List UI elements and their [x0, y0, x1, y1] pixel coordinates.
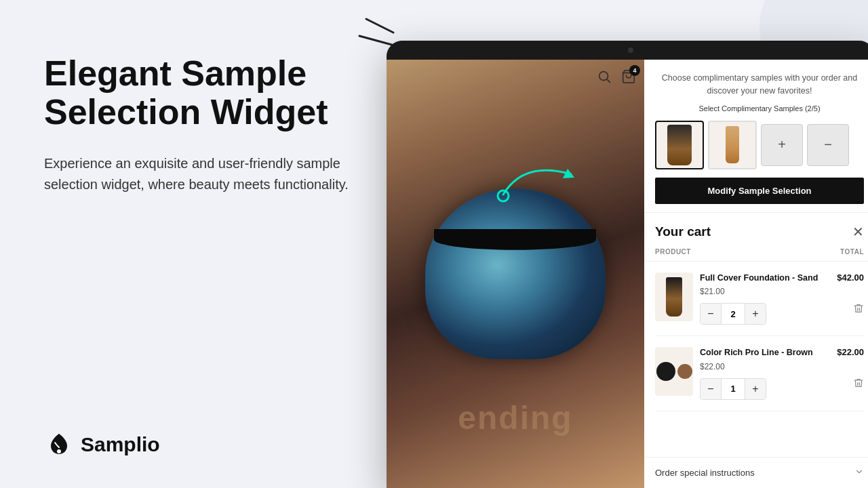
order-instructions[interactable]: Order special instructions: [644, 457, 868, 488]
qty-increase-button-1[interactable]: +: [745, 304, 766, 324]
sample-remove-button[interactable]: −: [807, 124, 849, 166]
qty-increase-button-2[interactable]: +: [745, 379, 766, 399]
modify-sample-button[interactable]: Modify Sample Selection: [655, 178, 864, 204]
plus-icon: +: [778, 137, 786, 152]
tablet-frame: ending 4: [387, 41, 868, 488]
qty-value-1: 2: [721, 304, 745, 324]
svg-point-7: [498, 190, 509, 201]
logo-icon: [44, 428, 74, 461]
tablet-content: ending 4: [387, 60, 868, 488]
cart-title: Your cart: [655, 224, 711, 239]
sample-product-2-image: [726, 126, 739, 163]
delete-item-2-button[interactable]: [853, 378, 864, 391]
cart-item: Full Cover Foundation - Sand $21.00 − 2 …: [655, 262, 864, 337]
search-icon[interactable]: [597, 69, 612, 87]
eye-lashes: [434, 229, 596, 249]
qty-decrease-button-2[interactable]: −: [701, 379, 721, 399]
logo-text: Samplio: [81, 433, 160, 456]
product-column-header: PRODUCT: [655, 248, 691, 256]
cart-header: Your cart ✕: [644, 213, 868, 245]
cart-item-1-image: [655, 272, 693, 321]
cart-icon[interactable]: 4: [621, 69, 636, 87]
cart-item-1-price: $21.00: [700, 287, 830, 296]
delete-item-1-button[interactable]: [853, 303, 864, 317]
logo-area: Samplio: [44, 428, 353, 461]
product-2-jar: [677, 364, 692, 379]
eye-detail: [425, 188, 606, 360]
cart-items: Full Cover Foundation - Sand $21.00 − 2 …: [644, 262, 868, 458]
minus-icon: −: [824, 137, 832, 152]
cart-item-1-right: $42.00: [837, 272, 864, 317]
cart-badge-count: 4: [629, 65, 640, 76]
trending-text: ending: [387, 399, 644, 436]
cart-close-button[interactable]: ✕: [852, 224, 864, 240]
hero-description: Experience an exquisite and user-friendl…: [44, 153, 353, 195]
order-instructions-label: Order special instructions: [655, 468, 755, 478]
store-icons: 4: [597, 69, 636, 87]
cart-item-1-total: $42.00: [837, 272, 864, 283]
hero-title: Elegant Sample Selection Widget: [44, 54, 353, 131]
total-column-header: TOTAL: [840, 248, 864, 256]
sample-thumb-2[interactable]: [708, 121, 757, 169]
cart-item: Color Rich Pro Line - Brown $22.00 − 1 +…: [655, 336, 864, 411]
cart-item-1-info: Full Cover Foundation - Sand $21.00 − 2 …: [700, 272, 830, 325]
cart-item-2-image: [655, 347, 693, 396]
cart-item-1-name: Full Cover Foundation - Sand: [700, 272, 830, 285]
sample-header: Choose complimentary samples with your o…: [644, 60, 868, 213]
cart-section: Your cart ✕ PRODUCT TOTAL Full Cover Fou…: [644, 213, 868, 489]
cart-item-2-price: $22.00: [700, 362, 830, 371]
tablet-camera: [628, 47, 633, 53]
sample-subtext: Select Complimentary Samples (2/5): [655, 104, 864, 113]
product-2-circle: [656, 362, 675, 381]
cart-item-2-right: $22.00: [837, 347, 864, 391]
left-section: Elegant Sample Selection Widget Experien…: [0, 0, 387, 488]
qty-decrease-button-1[interactable]: −: [701, 304, 721, 324]
svg-line-4: [607, 79, 610, 82]
annotation-arrow: [490, 154, 585, 208]
sample-header-text: Choose complimentary samples with your o…: [655, 72, 864, 98]
product-1-visual: [666, 277, 682, 317]
cart-item-2-name: Color Rich Pro Line - Brown: [700, 347, 830, 359]
sample-thumbnails: + −: [655, 121, 864, 169]
cart-column-headers: PRODUCT TOTAL: [644, 245, 868, 262]
tablet-top-bar: [387, 41, 868, 60]
right-panel: Choose complimentary samples with your o…: [644, 60, 868, 488]
cart-item-2-info: Color Rich Pro Line - Brown $22.00 − 1 +: [700, 347, 830, 400]
product-image-area: ending 4: [387, 60, 644, 488]
product-2-visual: [656, 362, 692, 381]
sample-thumb-1[interactable]: [655, 121, 704, 169]
sample-add-button[interactable]: +: [761, 124, 803, 166]
sample-product-1-image: [667, 125, 692, 165]
cart-item-2-qty-control: − 1 +: [700, 378, 766, 400]
svg-point-2: [57, 449, 61, 453]
cart-item-2-total: $22.00: [837, 347, 864, 357]
chevron-down-icon: [854, 467, 864, 479]
cart-item-1-qty-control: − 2 +: [700, 303, 766, 325]
qty-value-2: 1: [721, 379, 745, 399]
